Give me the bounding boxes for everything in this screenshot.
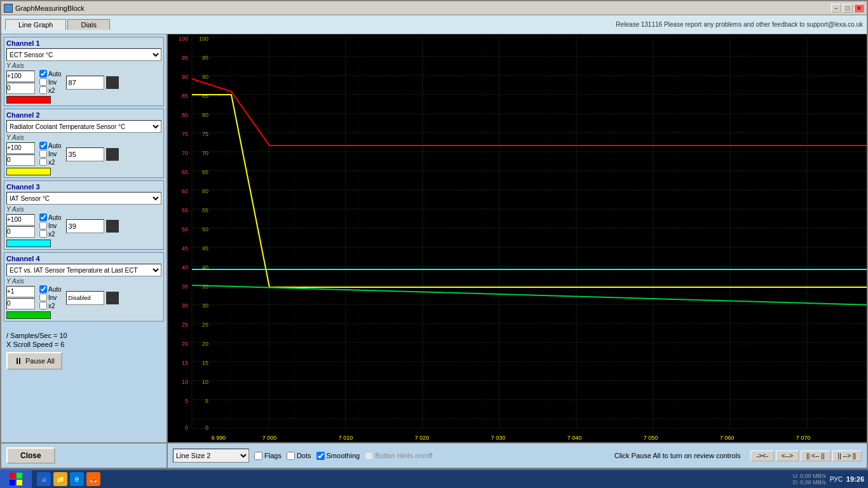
svg-text:75: 75 bbox=[182, 131, 188, 137]
firefox-icon[interactable]: 🦊 bbox=[86, 472, 100, 486]
language-indicator: РУС bbox=[830, 476, 843, 483]
file-manager-icon[interactable]: 📁 bbox=[53, 472, 67, 486]
svg-text:50: 50 bbox=[202, 226, 208, 233]
channel-1-color-btn[interactable] bbox=[106, 76, 119, 89]
channel-1-auto-check[interactable] bbox=[39, 70, 47, 78]
svg-text:7 020: 7 020 bbox=[415, 435, 430, 441]
svg-text:30: 30 bbox=[202, 302, 208, 309]
smoothing-checkbox-label: Smoothing bbox=[316, 452, 360, 460]
samples-per-sec: / Samples/Sec = 10 bbox=[6, 332, 161, 339]
minimize-button[interactable]: − bbox=[831, 4, 841, 13]
button-hints-checkbox-label: Button Hints on/off bbox=[365, 452, 432, 460]
channel-2-auto-label: Auto bbox=[48, 142, 62, 149]
channel-3-section: Channel 3 IAT Sensor °C Y Axis bbox=[4, 180, 164, 250]
channel-3-ymax[interactable] bbox=[6, 214, 35, 226]
smoothing-checkbox[interactable] bbox=[316, 452, 325, 460]
channel-3-inv-label: Inv bbox=[48, 222, 57, 229]
taskbar-right: U: 0,00 MB/sD: 0,00 MB/s РУС 19:26 bbox=[789, 473, 868, 485]
svg-text:15: 15 bbox=[182, 360, 188, 366]
channel-3-auto-label: Auto bbox=[48, 214, 62, 221]
tab-bar: Line Graph Dials bbox=[5, 19, 110, 30]
svg-text:65: 65 bbox=[202, 169, 208, 175]
channel-1-x2-check[interactable] bbox=[39, 86, 47, 94]
svg-text:20: 20 bbox=[182, 341, 188, 347]
maximize-button[interactable]: □ bbox=[843, 4, 853, 13]
channel-3-color-bar bbox=[6, 240, 51, 247]
channel-3-ymin[interactable] bbox=[6, 226, 35, 238]
channel-3-inv-check[interactable] bbox=[39, 222, 47, 229]
svg-text:65: 65 bbox=[182, 169, 188, 175]
svg-text:55: 55 bbox=[182, 207, 188, 214]
dots-checkbox-label: Dots bbox=[287, 452, 311, 460]
line-size-select[interactable]: Line Size 2 Line Size 1 Line Size 3 bbox=[173, 449, 249, 463]
channel-2-x2-check[interactable] bbox=[39, 158, 47, 166]
channel-3-color-btn[interactable] bbox=[106, 220, 119, 233]
svg-text:7 040: 7 040 bbox=[567, 435, 582, 441]
flags-checkbox-label: Flags bbox=[254, 452, 281, 460]
channel-2-inv-label: Inv bbox=[48, 151, 57, 158]
channel-2-auto-check[interactable] bbox=[39, 142, 47, 149]
channel-3-yaxis-label: Y Axis bbox=[6, 206, 161, 213]
pause-all-button[interactable]: ⏸ Pause All bbox=[6, 352, 62, 370]
channel-4-yaxis-label: Y Axis bbox=[6, 278, 161, 285]
channel-2-inv-check[interactable] bbox=[39, 150, 47, 158]
svg-text:7 060: 7 060 bbox=[720, 435, 735, 441]
svg-text:15: 15 bbox=[202, 360, 208, 366]
channel-4-ymax[interactable] bbox=[6, 286, 35, 297]
channel-4-select[interactable]: ECT vs. IAT Sensor Temperature at Last E… bbox=[6, 264, 161, 276]
svg-text:95: 95 bbox=[202, 55, 208, 61]
dots-checkbox[interactable] bbox=[287, 452, 295, 460]
svg-text:30: 30 bbox=[182, 302, 188, 309]
flags-checkbox[interactable] bbox=[254, 452, 262, 460]
svg-text:7 070: 7 070 bbox=[796, 435, 811, 441]
channel-4-auto-check[interactable] bbox=[39, 285, 47, 293]
channel-2-ymin[interactable] bbox=[6, 154, 35, 166]
close-button[interactable]: ✕ bbox=[854, 4, 864, 13]
tab-dials[interactable]: Dials bbox=[67, 19, 109, 30]
channel-3-x2-label: x2 bbox=[48, 231, 55, 238]
review-btn-2[interactable]: <--> bbox=[776, 451, 799, 461]
channel-4-ymin[interactable] bbox=[6, 298, 35, 309]
channel-4-inv-check[interactable] bbox=[39, 294, 47, 301]
channel-4-section: Channel 4 ECT vs. IAT Sensor Temperature… bbox=[4, 252, 164, 322]
svg-text:45: 45 bbox=[182, 245, 188, 252]
channel-4-x2-label: x2 bbox=[48, 302, 55, 309]
channel-1-ymax[interactable] bbox=[6, 71, 35, 82]
channel-3-x2-check[interactable] bbox=[39, 230, 47, 238]
channel-1-inv-check[interactable] bbox=[39, 78, 47, 86]
close-button[interactable]: Close bbox=[6, 447, 55, 464]
button-hints-label: Button Hints on/off bbox=[375, 452, 432, 459]
svg-text:0: 0 bbox=[185, 424, 188, 431]
channel-2-ymax[interactable] bbox=[6, 142, 35, 154]
svg-text:7 010: 7 010 bbox=[339, 435, 353, 441]
svg-text:60: 60 bbox=[182, 188, 188, 194]
channel-1-auto-label: Auto bbox=[48, 71, 62, 78]
edge-browser-icon[interactable]: e bbox=[70, 472, 84, 486]
channel-2-select[interactable]: Radiator Coolant Temperature Sensor °C bbox=[6, 120, 161, 133]
tab-line-graph[interactable]: Line Graph bbox=[5, 19, 66, 30]
svg-text:45: 45 bbox=[202, 245, 208, 252]
svg-text:50: 50 bbox=[182, 226, 188, 233]
channel-1-ymin[interactable] bbox=[6, 83, 35, 94]
svg-text:7 030: 7 030 bbox=[491, 435, 506, 441]
channel-4-x2-check[interactable] bbox=[39, 302, 47, 309]
left-panel: Channel 1 ECT Sensor °C Y Axis bbox=[1, 34, 168, 442]
start-button[interactable] bbox=[0, 470, 32, 488]
svg-text:70: 70 bbox=[202, 150, 208, 156]
channel-1-value: 87 bbox=[66, 76, 104, 90]
svg-text:100: 100 bbox=[179, 36, 188, 42]
review-btn-4[interactable]: || --> || bbox=[832, 451, 862, 461]
svg-text:20: 20 bbox=[202, 341, 208, 347]
svg-text:75: 75 bbox=[202, 131, 208, 137]
channel-3-auto-check[interactable] bbox=[39, 214, 47, 221]
channel-2-color-btn[interactable] bbox=[106, 148, 119, 161]
review-btn-1[interactable]: -><- bbox=[750, 451, 773, 461]
search-taskbar-icon[interactable]: ⌕ bbox=[37, 472, 51, 486]
channel-1-select[interactable]: ECT Sensor °C bbox=[6, 48, 161, 61]
svg-text:40: 40 bbox=[182, 264, 188, 271]
window-title: GraphMeasuringBlock bbox=[15, 4, 85, 12]
review-btn-3[interactable]: || <-- || bbox=[801, 451, 830, 461]
channel-4-color-btn[interactable] bbox=[106, 292, 119, 304]
channel-3-select[interactable]: IAT Sensor °C bbox=[6, 192, 161, 205]
svg-rect-134 bbox=[17, 480, 22, 485]
